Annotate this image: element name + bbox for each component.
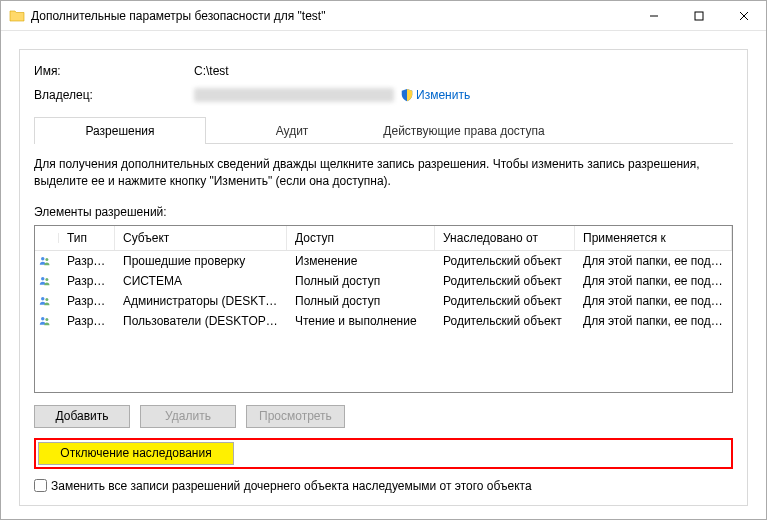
name-row: Имя: C:\test: [34, 64, 733, 78]
cell-type: Разр…: [59, 252, 115, 270]
col-type[interactable]: Тип: [59, 226, 115, 250]
titlebar: Дополнительные параметры безопасности дл…: [1, 1, 766, 31]
users-icon: [35, 291, 59, 311]
cell-access: Полный доступ: [287, 292, 435, 310]
cell-applies: Для этой папки, ее подпапок …: [575, 312, 732, 330]
svg-point-7: [41, 317, 44, 320]
table-row[interactable]: Разр…Прошедшие проверкуИзменениеРодитель…: [35, 251, 732, 271]
owner-row: Владелец: Изменить: [34, 88, 733, 102]
owner-label: Владелец:: [34, 88, 194, 102]
main-panel: Имя: C:\test Владелец: Изменить Разрешен…: [19, 49, 748, 506]
tab-audit[interactable]: Аудит: [206, 117, 378, 144]
close-button[interactable]: [721, 1, 766, 30]
tab-strip: Разрешения Аудит Действующие права досту…: [34, 116, 733, 144]
disable-inheritance-highlight: Отключение наследования: [34, 438, 733, 469]
name-label: Имя:: [34, 64, 194, 78]
dialog-content: Имя: C:\test Владелец: Изменить Разрешен…: [1, 31, 766, 520]
replace-children-label: Заменить все записи разрешений дочернего…: [51, 479, 532, 493]
table-row[interactable]: Разр…СИСТЕМАПолный доступРодительский об…: [35, 271, 732, 291]
table-row[interactable]: Разр…Пользователи (DESKTOP-MO…Чтение и в…: [35, 311, 732, 331]
minimize-button[interactable]: [631, 1, 676, 30]
cell-applies: Для этой папки, ее подпапок …: [575, 292, 732, 310]
users-icon: [35, 311, 59, 331]
users-icon: [35, 271, 59, 291]
add-button[interactable]: Добавить: [34, 405, 130, 428]
svg-point-8: [45, 318, 48, 321]
svg-point-3: [41, 277, 44, 280]
window-buttons: [631, 1, 766, 30]
svg-point-2: [45, 258, 48, 261]
svg-point-1: [41, 257, 44, 260]
replace-children-row: Заменить все записи разрешений дочернего…: [34, 479, 733, 493]
remove-button: Удалить: [140, 405, 236, 428]
cell-access: Чтение и выполнение: [287, 312, 435, 330]
svg-rect-0: [695, 12, 703, 20]
cell-type: Разр…: [59, 312, 115, 330]
cell-access: Изменение: [287, 252, 435, 270]
cell-inherited: Родительский объект: [435, 312, 575, 330]
replace-children-checkbox[interactable]: [34, 479, 47, 492]
cell-inherited: Родительский объект: [435, 292, 575, 310]
maximize-button[interactable]: [676, 1, 721, 30]
cell-inherited: Родительский объект: [435, 272, 575, 290]
window-title: Дополнительные параметры безопасности дл…: [31, 9, 631, 23]
svg-point-5: [41, 297, 44, 300]
col-inherited[interactable]: Унаследовано от: [435, 226, 575, 250]
users-icon: [35, 251, 59, 271]
tab-permissions[interactable]: Разрешения: [34, 117, 206, 144]
view-button: Просмотреть: [246, 405, 345, 428]
folder-icon: [9, 8, 25, 24]
permissions-list[interactable]: Тип Субъект Доступ Унаследовано от Приме…: [34, 225, 733, 393]
name-value: C:\test: [194, 64, 229, 78]
list-button-row: Добавить Удалить Просмотреть: [34, 405, 733, 428]
security-dialog: Дополнительные параметры безопасности дл…: [0, 0, 767, 520]
svg-point-6: [45, 298, 48, 301]
cell-subject: Администраторы (DESKTOP-…: [115, 292, 287, 310]
cell-applies: Для этой папки, ее подпапок …: [575, 272, 732, 290]
cell-access: Полный доступ: [287, 272, 435, 290]
col-access[interactable]: Доступ: [287, 226, 435, 250]
dialog-footer: OK Отмена Применить: [19, 506, 748, 520]
table-row[interactable]: Разр…Администраторы (DESKTOP-…Полный дос…: [35, 291, 732, 311]
cell-type: Разр…: [59, 272, 115, 290]
cell-type: Разр…: [59, 292, 115, 310]
change-owner-link[interactable]: Изменить: [416, 88, 470, 102]
col-subject[interactable]: Субъект: [115, 226, 287, 250]
col-applies[interactable]: Применяется к: [575, 226, 732, 250]
disable-inheritance-button[interactable]: Отключение наследования: [38, 442, 234, 465]
shield-icon: [400, 88, 414, 102]
permissions-list-label: Элементы разрешений:: [34, 205, 733, 219]
tab-effective-access[interactable]: Действующие права доступа: [378, 117, 550, 144]
cell-subject: Пользователи (DESKTOP-MO…: [115, 312, 287, 330]
cell-inherited: Родительский объект: [435, 252, 575, 270]
permissions-hint: Для получения дополнительных сведений дв…: [34, 156, 733, 191]
owner-value-redacted: [194, 88, 394, 102]
cell-subject: СИСТЕМА: [115, 272, 287, 290]
cell-subject: Прошедшие проверку: [115, 252, 287, 270]
cell-applies: Для этой папки, ее подпапок …: [575, 252, 732, 270]
list-header: Тип Субъект Доступ Унаследовано от Приме…: [35, 226, 732, 251]
svg-point-4: [45, 278, 48, 281]
